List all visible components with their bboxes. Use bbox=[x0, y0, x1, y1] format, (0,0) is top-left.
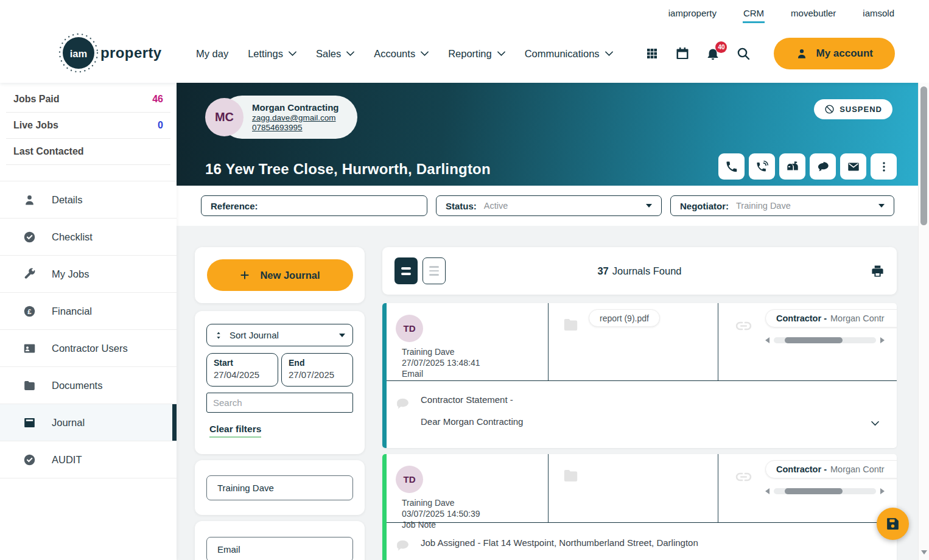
contractor-phone-link[interactable]: 07854693995 bbox=[252, 123, 339, 132]
call-button[interactable] bbox=[718, 153, 745, 180]
sidebar-item-details[interactable]: Details bbox=[0, 181, 177, 219]
scroll-right-arrow[interactable] bbox=[880, 337, 885, 343]
journals-header-card: 37Journals Found bbox=[382, 247, 897, 295]
expand-entry-chevron[interactable] bbox=[869, 418, 881, 429]
negotiator-select[interactable]: Negotiator: Training Dave bbox=[670, 195, 894, 216]
entry-type: Email bbox=[402, 368, 548, 379]
comment-bubble-icon bbox=[394, 396, 411, 411]
journal-search-input[interactable] bbox=[206, 393, 353, 413]
iamproperty-logo[interactable]: iam property bbox=[58, 33, 162, 73]
start-date-field[interactable]: Start 27/04/2025 bbox=[206, 353, 278, 387]
stat-last-contacted: Last Contacted bbox=[6, 139, 170, 165]
sidebar-item-financial[interactable]: £ Financial bbox=[0, 293, 177, 330]
sidebar-item-documents[interactable]: Documents bbox=[0, 367, 177, 404]
chip-scrollbar bbox=[765, 337, 885, 343]
record-filter-bar: Reference: Status: Active Negotiator: Tr… bbox=[177, 186, 918, 226]
view-toggle-detailed[interactable] bbox=[422, 257, 446, 284]
chip-scrollbar bbox=[765, 488, 885, 494]
calendar-icon[interactable] bbox=[675, 46, 690, 61]
top-utility-bar: iamproperty CRM movebutler iamsold bbox=[0, 0, 929, 24]
entry-attachments-column bbox=[549, 454, 718, 522]
apps-grid-icon[interactable] bbox=[645, 46, 659, 61]
sort-journal-select[interactable]: Sort Journal bbox=[206, 324, 353, 346]
entry-preview-line: Dear Morgan Contracting bbox=[421, 416, 523, 427]
new-journal-button[interactable]: New Journal bbox=[207, 259, 353, 291]
end-date-field[interactable]: End 27/07/2025 bbox=[281, 353, 353, 387]
top-link-iamproperty[interactable]: iamproperty bbox=[668, 2, 717, 23]
print-icon[interactable] bbox=[871, 264, 885, 278]
scrollbar-track[interactable] bbox=[774, 488, 876, 494]
nav-item-reporting[interactable]: Reporting bbox=[448, 48, 505, 60]
wrench-icon bbox=[23, 268, 36, 281]
contractor-name: Morgan Contracting bbox=[252, 102, 339, 113]
sms-button[interactable] bbox=[810, 153, 836, 180]
notification-count-badge: 40 bbox=[715, 41, 727, 53]
suspend-button[interactable]: SUSPEND bbox=[814, 99, 892, 119]
chevron-down-icon bbox=[289, 51, 296, 57]
journal-filters-card: Sort Journal Start 27/04/2025 End 27/07/… bbox=[195, 311, 365, 454]
author-avatar: TD bbox=[396, 466, 423, 493]
sidebar-item-audit[interactable]: AUDIT bbox=[0, 441, 177, 478]
sidebar-item-contractor-users[interactable]: Contractor Users bbox=[0, 330, 177, 367]
view-toggle-compact[interactable] bbox=[394, 257, 418, 284]
top-link-movebutler[interactable]: movebutler bbox=[790, 2, 836, 23]
contractor-email-link[interactable]: zagg.dave@gmail.com bbox=[252, 113, 339, 122]
linked-record-chip[interactable]: Contractor - Morgan Contr bbox=[765, 309, 897, 327]
reference-field[interactable]: Reference: bbox=[201, 195, 427, 216]
sort-icon bbox=[214, 331, 223, 340]
attachment-chip[interactable]: report (9).pdf bbox=[589, 309, 660, 327]
sidebar-item-my-jobs[interactable]: My Jobs bbox=[0, 256, 177, 293]
user-filter-box[interactable]: Training Dave bbox=[206, 475, 353, 500]
type-filter-box[interactable]: Email bbox=[206, 537, 353, 560]
scroll-right-arrow[interactable] bbox=[880, 488, 885, 494]
contractor-avatar: MC bbox=[205, 98, 244, 136]
contractor-sidebar: Jobs Paid 46 Live Jobs 0 Last Contacted … bbox=[0, 83, 177, 560]
entry-timestamp: 03/07/2025 14:50:39 bbox=[402, 508, 548, 519]
search-icon[interactable] bbox=[736, 46, 751, 61]
check-circle-icon bbox=[23, 453, 36, 466]
chat-bubble-icon bbox=[816, 160, 830, 173]
journal-entry: TD Training Dave 27/07/2025 13:48:41 Ema… bbox=[382, 303, 897, 448]
email-button[interactable] bbox=[840, 153, 866, 180]
sidebar-menu: Details Checklist My Jobs £ Financial bbox=[0, 181, 177, 478]
scroll-left-arrow[interactable] bbox=[765, 488, 769, 494]
chevron-down-icon bbox=[497, 51, 505, 57]
chevron-down-icon bbox=[346, 51, 354, 57]
prohibit-icon bbox=[824, 104, 835, 114]
nav-item-my-day[interactable]: My day bbox=[196, 48, 228, 60]
voicemail-button[interactable] bbox=[779, 153, 805, 180]
author-avatar: TD bbox=[396, 315, 423, 342]
phone-icon bbox=[725, 160, 738, 173]
journal-entry-header: TD Training Dave 27/07/2025 13:48:41 Ema… bbox=[387, 303, 897, 381]
sidebar-item-checklist[interactable]: Checklist bbox=[0, 219, 177, 256]
top-link-iamsold[interactable]: iamsold bbox=[862, 2, 895, 23]
sidebar-item-journal[interactable]: Journal bbox=[0, 404, 177, 441]
call-log-button[interactable] bbox=[749, 153, 775, 180]
my-account-button[interactable]: My account bbox=[774, 38, 895, 69]
scrollbar-thumb[interactable] bbox=[785, 488, 843, 494]
scrollbar-track[interactable] bbox=[774, 337, 876, 343]
save-disk-icon bbox=[885, 516, 900, 531]
notifications-bell-icon[interactable]: 40 bbox=[706, 46, 720, 61]
more-options-button[interactable] bbox=[871, 153, 897, 180]
scroll-left-arrow[interactable] bbox=[765, 337, 769, 343]
scroll-down-arrow[interactable] bbox=[921, 550, 927, 555]
type-filter-card: Email bbox=[195, 521, 365, 560]
nav-item-communications[interactable]: Communications bbox=[525, 48, 613, 60]
journal-workspace: New Journal Sort Journal Start 27/04/202… bbox=[177, 226, 918, 560]
status-select[interactable]: Status: Active bbox=[436, 195, 662, 216]
nav-item-sales[interactable]: Sales bbox=[316, 48, 354, 60]
nav-item-lettings[interactable]: Lettings bbox=[248, 48, 296, 60]
contractor-banner: MC Morgan Contracting zagg.dave@gmail.co… bbox=[177, 83, 918, 186]
scrollbar-thumb[interactable] bbox=[920, 86, 927, 225]
folder-icon bbox=[23, 379, 36, 392]
nav-item-accounts[interactable]: Accounts bbox=[374, 48, 429, 60]
live-jobs-value: 0 bbox=[158, 120, 163, 131]
clear-filters-link[interactable]: Clear filters bbox=[209, 424, 261, 438]
scrollbar-thumb[interactable] bbox=[785, 337, 843, 343]
page-scrollbar[interactable] bbox=[918, 83, 929, 560]
save-floating-button[interactable] bbox=[877, 508, 909, 540]
top-link-crm[interactable]: CRM bbox=[743, 2, 765, 23]
user-filter-card: Training Dave bbox=[195, 460, 365, 515]
linked-record-chip[interactable]: Contractor - Morgan Contr bbox=[765, 460, 897, 478]
